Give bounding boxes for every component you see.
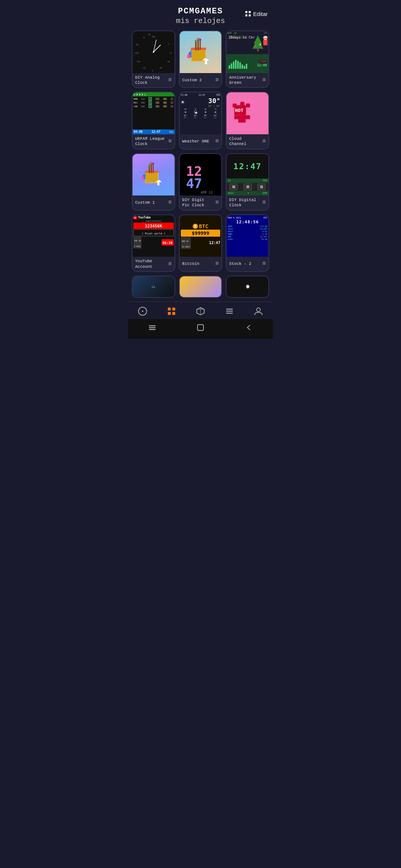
svg-rect-56 [232,103,237,108]
svg-rect-27 [198,39,199,50]
compass-icon [138,306,147,316]
nav-item-explore[interactable] [135,306,150,317]
svg-rect-38 [257,49,259,51]
watch-name-custom2: Custom 2 [182,78,214,83]
svg-text:IV: IV [160,66,162,69]
svg-point-40 [260,44,261,46]
svg-rect-82 [168,312,171,315]
watch-menu-custom1[interactable]: ≡ [168,199,172,206]
svg-rect-45 [263,37,267,38]
hamburger-icon [148,323,156,332]
sys-nav-hamburger[interactable] [142,322,162,335]
svg-text:XI: XI [148,33,150,36]
nav-item-profile[interactable] [251,306,266,317]
page-title: mis relojes [128,17,273,25]
watch-preview-partial1: 🗂 [133,276,175,297]
watch-name-diy-digit: DIY Digit Pic Clock [182,197,214,208]
svg-text:28days to Chr: 28days to Chr [229,36,255,39]
watch-card-anniversary[interactable]: APR 10 24° 28days to Chr [226,30,269,88]
svg-rect-70 [149,165,150,173]
svg-rect-2 [245,14,247,16]
watch-menu-diy-digit[interactable]: ≡ [215,199,219,206]
watch-preview-partial2 [180,276,222,297]
watch-preview-cloud: HOT [226,92,268,134]
svg-rect-52 [242,65,243,69]
watch-card-diy-digit[interactable]: 12 47 APR 12 DIY Digit Pic Clock ≡ [179,153,222,211]
watch-card-custom1[interactable]: Custom 1 ≡ [132,153,175,211]
svg-text:VII: VII [137,60,140,63]
watch-card-bitcoin[interactable]: ₿ BTC $99999 WED 24 12-2021 12:47 [179,214,222,272]
svg-rect-49 [235,60,237,69]
bottom-nav [128,302,273,319]
svg-rect-0 [245,11,247,13]
watch-preview-stock: MAR-4 2021 FRI 12:48:56 AAPL 121.08 TSLA… [226,215,268,257]
watch-menu-urfa[interactable]: ≡ [168,138,172,145]
svg-text:III: III [167,60,170,63]
svg-rect-26 [188,54,190,58]
watch-preview-custom1 [133,154,175,196]
svg-rect-87 [226,309,233,310]
watch-menu-anniversary[interactable]: ≡ [262,77,266,83]
back-icon [245,323,253,332]
list-icon [225,306,234,316]
watch-menu-diy-analog[interactable]: ≡ [168,77,172,83]
watch-label-custom1: Custom 1 ≡ [133,195,175,210]
watch-label-anniversary: Anniversary Green ≡ [226,73,268,88]
svg-rect-88 [226,311,233,312]
watch-preview-diy-analog: XII I II III IV V VI VII VIII IX X XI [133,31,175,73]
svg-rect-59 [234,115,250,119]
svg-point-39 [255,45,257,47]
svg-rect-73 [149,164,150,165]
watch-card-stock[interactable]: MAR-4 2021 FRI 12:48:56 AAPL 121.08 TSLA… [226,214,269,272]
svg-point-79 [142,310,143,312]
svg-text:I: I [168,42,169,45]
watch-menu-weather[interactable]: ≡ [215,138,219,145]
watch-menu-cloud[interactable]: ≡ [262,138,266,145]
sys-nav-home[interactable] [190,322,211,335]
watch-card-diy-analog[interactable]: XII I II III IV V VI VII VIII IX X XI [132,30,175,88]
watch-menu-custom2[interactable]: ≡ [215,77,219,83]
watch-card-cloud[interactable]: HOT Cloud Channel ≡ [226,92,269,149]
svg-text:IX: IX [136,43,138,46]
watch-label-stock: Stock - 2 ≡ [226,257,268,271]
watch-name-bitcoin: Bitcoin [182,261,214,266]
watch-name-cloud: Cloud Channel [229,136,261,147]
svg-rect-29 [195,41,197,50]
nav-item-menu[interactable] [222,306,237,317]
watch-label-urfa: URFA® League Clock ≡ [133,134,175,149]
svg-point-41 [257,47,259,49]
svg-rect-54 [246,64,247,69]
svg-rect-51 [239,62,241,69]
watch-menu-stock[interactable]: ≡ [262,260,266,267]
watch-card-urfa[interactable]: ⊟ # W D L RMR ESP 9 17 00 2 MCI ENG [132,92,175,149]
svg-rect-42 [263,40,267,46]
svg-text:HOT: HOT [235,108,243,113]
watch-label-bitcoin: Bitcoin ≡ [180,257,222,271]
watch-label-youtube: YouTube Account ≡ [133,257,175,271]
watch-card-custom2[interactable]: Custom 2 ≡ [179,30,222,88]
header: PCMGAMES mis relojes Editar [128,0,273,27]
watch-card-weather[interactable]: 13-08 12:47 FRI ☀️ 30° 31° | 26° MO TU [179,92,222,149]
watch-card-partial1[interactable]: 🗂 [132,276,175,298]
edit-button[interactable]: Editar [245,10,268,17]
svg-text:VI: VI [143,66,146,69]
watch-menu-diy-digital[interactable]: ≡ [262,199,266,206]
svg-text:APR 12: APR 12 [200,191,213,194]
svg-rect-50 [237,61,239,69]
nav-item-3d[interactable] [193,306,208,317]
sys-nav-back[interactable] [239,322,259,335]
watch-card-partial3[interactable]: ⌚ [226,276,269,298]
svg-rect-71 [150,162,152,164]
svg-rect-92 [149,327,156,328]
watch-menu-bitcoin[interactable]: ≡ [215,260,219,267]
watch-name-youtube: YouTube Account [135,259,167,269]
watch-card-diy-digital[interactable]: 12:47 12 FRI 🖼 🖼 🖼 [226,153,269,211]
watch-card-youtube[interactable]: ▶ YouTube SUBSCRIBERS 123456K ( Pixel wo… [132,214,175,272]
svg-text:X: X [143,36,145,39]
svg-rect-58 [246,103,250,108]
watch-menu-youtube[interactable]: ≡ [168,261,172,267]
watch-preview-custom2 [180,31,222,73]
nav-item-watches[interactable] [164,306,179,317]
svg-rect-94 [198,325,203,331]
watch-card-partial2[interactable] [179,276,222,298]
